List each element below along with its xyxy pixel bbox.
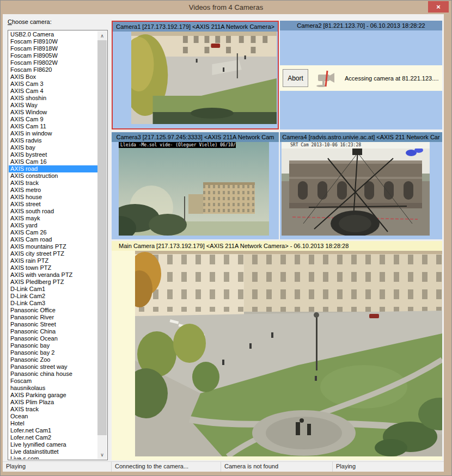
main-camera-panel[interactable]: Main Camera [217.173.192.179] <AXIS 211A… (112, 241, 442, 460)
camera-list-item[interactable]: Panasonic River (9, 314, 97, 321)
camera-list-item[interactable]: AXIS Cam 26 (9, 229, 97, 236)
listbox-scrollbar[interactable]: ∧ ∨ (97, 31, 107, 459)
statusbar: PlayingConnecting to the camera...Camera… (3, 461, 444, 472)
camera-list-item[interactable]: Panasonic street way (9, 363, 97, 370)
camera3-body: Lleida -Me.sol vide- (Oleguer Vielle) 06… (112, 142, 279, 239)
camera-list-item[interactable]: Lofer.net Cam2 (9, 434, 97, 441)
camera-list-item[interactable]: USB2.0 Camera (9, 31, 97, 38)
camera-list-item[interactable]: AXIS road (9, 165, 97, 172)
camera-list-item[interactable]: AXIS mountains PTZ (9, 243, 97, 250)
camera-list-item[interactable]: Lofer.net Cam1 (9, 427, 97, 434)
main-camera-header: Main Camera [217.173.192.179] <AXIS 211A… (112, 241, 442, 251)
camera-list-item[interactable]: Live datainstituttet (9, 448, 97, 455)
camera3-video (119, 142, 269, 236)
camera-list-item[interactable]: AXIS construction (9, 172, 97, 180)
statusbar-section: Playing (3, 462, 112, 472)
camera-list-item[interactable]: AXIS Pledlberg PTZ (9, 279, 97, 286)
camera2-body: Abort Accessing camera at 81.221.123.... (280, 30, 442, 129)
camera-list-item[interactable]: Panasonic bay 2 (9, 349, 97, 356)
camera-list-item[interactable]: Foscam FI9802W (9, 59, 97, 66)
camera-list-item[interactable]: AXIS with veranda PTZ (9, 271, 97, 279)
camera-list-item[interactable]: AXIS metro (9, 187, 97, 194)
camera-list-item[interactable]: D-Link Cam2 (9, 293, 97, 300)
camera1-panel[interactable]: Camera1 [217.173.192.179] <AXIS 211A Net… (112, 21, 279, 129)
scrollbar-down-icon[interactable]: ∨ (97, 450, 107, 459)
camera-list-item[interactable]: AXIS Cam road (9, 236, 97, 243)
camera-list-item[interactable]: Live lyynified camera (9, 441, 97, 448)
camera-list-item[interactable]: D-Link Cam3 (9, 300, 97, 307)
camera3-header: Camera3 [217.125.97.245:3333] <AXIS 211A… (112, 132, 279, 142)
camera4-panel[interactable]: Camera4 [radvis.astro.univie.ac.at] <AXI… (280, 132, 442, 239)
camera-list-item[interactable]: Foscam FI8905W (9, 52, 97, 59)
camera-list-item[interactable]: Foscam FI8910W (9, 38, 97, 45)
titlebar[interactable]: Videos from 4 Cameras × (0, 0, 452, 14)
camera-list-item[interactable]: hausnikolaus (9, 385, 97, 392)
camera-list-item[interactable]: Panasonic Ocean (9, 335, 97, 342)
camera-list-item[interactable]: AXIS Box (9, 73, 97, 81)
camera-list-item[interactable]: AXIS track (9, 406, 97, 413)
main-camera-body (112, 251, 442, 460)
camera-list-item[interactable]: Foscam (9, 378, 97, 385)
camera3-timestamp-overlay: Lleida -Me.sol vide- (Oleguer Vielle) 06… (119, 142, 236, 148)
camera-list-item[interactable]: AXIS street (9, 201, 97, 208)
camera-list-item[interactable]: Foscam FI8918W (9, 45, 97, 52)
camera-list-item[interactable]: Panasonic Zoo (9, 356, 97, 363)
camera-list-item[interactable]: AXIS rain PTZ (9, 257, 97, 264)
camera4-timestamp-overlay: SRT Cam 2013-10-06 16:23:28 (282, 142, 430, 149)
camera-list-item[interactable]: AXIS Cam 4 (9, 88, 97, 95)
camera-list-item[interactable]: AXIS shoshin (9, 95, 97, 102)
camera-list: USB2.0 CameraFoscam FI8910WFoscam FI8918… (9, 31, 97, 459)
camera-list-item[interactable]: AXIS yard (9, 222, 97, 229)
camera-list-item[interactable]: AXIS radvis (9, 137, 97, 144)
camera-list-item[interactable]: Ocean (9, 413, 97, 420)
camera-list-item[interactable]: AXIS house (9, 194, 97, 201)
camera-list-item[interactable]: AXIS south road (9, 208, 97, 215)
camera-list-item[interactable]: Foscam FI8620 (9, 66, 97, 73)
statusbar-section: Camera is not found (221, 462, 333, 472)
app-window: Videos from 4 Cameras × Choose camera: U… (0, 0, 452, 476)
camera-list-item[interactable]: AXIS town PTZ (9, 264, 97, 271)
camera-list-item[interactable]: AXIS bystreet (9, 151, 97, 158)
window-title: Videos from 4 Cameras (189, 3, 263, 11)
camera1-header: Camera1 [217.173.192.179] <AXIS 211A Net… (113, 22, 278, 32)
camera4-video (282, 142, 430, 236)
camera1-video (131, 32, 277, 124)
camera-list-item[interactable]: Live s com (9, 455, 97, 459)
camera3-panel[interactable]: Camera3 [217.125.97.245:3333] <AXIS 211A… (112, 132, 279, 239)
statusbar-section: Playing (333, 462, 444, 472)
choose-camera-label: Choose camera: (8, 18, 52, 25)
camera2-status-message: Accessing camera at 81.221.123.... (345, 75, 438, 82)
scrollbar-thumb[interactable] (97, 40, 107, 435)
camera-list-item[interactable]: AXIS Plim Plaza (9, 399, 97, 406)
camera-list-item[interactable]: D-Link Cam1 (9, 286, 97, 293)
camera-listbox[interactable]: USB2.0 CameraFoscam FI8910WFoscam FI8918… (8, 30, 108, 460)
camera-list-item[interactable]: AXIS Cam 9 (9, 116, 97, 123)
camera-list-item[interactable]: Hotel (9, 420, 97, 427)
camera-list-item[interactable]: AXIS city street PTZ (9, 250, 97, 257)
camera-offline-icon (316, 70, 337, 87)
camera2-connect-strip: Abort Accessing camera at 81.221.123.... (280, 65, 442, 91)
abort-button[interactable]: Abort (283, 69, 308, 87)
camera-list-item[interactable]: AXIS Parking garage (9, 392, 97, 399)
camera-list-item[interactable]: AXIS in window (9, 130, 97, 137)
camera-list-item[interactable]: AXIS bay (9, 144, 97, 151)
camera-list-item[interactable]: AXIS Window (9, 109, 97, 116)
camera-list-item[interactable]: AXIS Cam 16 (9, 158, 97, 165)
camera-list-item[interactable]: Panasonic china house (9, 370, 97, 378)
camera2-panel[interactable]: Camera2 [81.221.123.70] - 06.10.2013 18:… (280, 21, 442, 129)
camera-list-item[interactable]: Panasonic bay (9, 342, 97, 349)
camera-list-item[interactable]: AXIS Way (9, 102, 97, 109)
close-button[interactable]: × (428, 1, 449, 13)
camera1-body (113, 32, 278, 128)
main-camera-video (135, 251, 442, 456)
camera-list-item[interactable]: AXIS Cam 11 (9, 123, 97, 130)
camera-list-item[interactable]: Panasonic Office (9, 307, 97, 314)
content-area: Choose camera: USB2.0 CameraFoscam FI891… (3, 14, 444, 471)
camera-list-item[interactable]: Panasonic China (9, 328, 97, 335)
camera-list-item[interactable]: AXIS Cam 3 (9, 81, 97, 88)
camera-list-item[interactable]: Panasonic Street (9, 321, 97, 328)
camera2-header: Camera2 [81.221.123.70] - 06.10.2013 18:… (280, 21, 442, 30)
scrollbar-up-icon[interactable]: ∧ (97, 31, 107, 40)
camera-list-item[interactable]: AXIS mayk (9, 215, 97, 222)
camera-list-item[interactable]: AXIS track (9, 180, 97, 187)
